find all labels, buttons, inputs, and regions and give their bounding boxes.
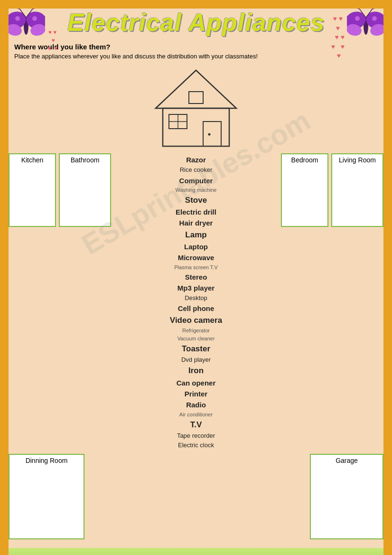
house-illustration xyxy=(0,66,392,151)
appliance-item: T.V xyxy=(170,419,222,431)
svg-rect-27 xyxy=(189,92,203,103)
bedroom-box: Bedroom xyxy=(281,153,328,227)
svg-point-8 xyxy=(32,6,35,9)
appliance-item: Cell phone xyxy=(170,303,222,314)
living-room-box: Living Room xyxy=(331,153,383,227)
appliance-item: Computer xyxy=(170,175,222,186)
appliance-item: Lamp xyxy=(170,229,222,241)
appliance-item: Electric clock xyxy=(170,441,222,450)
appliance-item: Can opener xyxy=(170,377,222,388)
garden-strip xyxy=(9,548,383,555)
appliance-item: Iron xyxy=(170,365,222,377)
bathroom-label: Bathroom xyxy=(64,156,106,164)
header: ♥ ♥♥ ♥ ♥♥ ♥ ♥ ♥ ♥ ♥♥ ♥ Electrical Applia… xyxy=(0,0,392,39)
hearts-left-decoration: ♥ ♥ ♥♥ ♥ xyxy=(47,28,57,52)
kitchen-label: Kitchen xyxy=(13,156,51,164)
svg-rect-28 xyxy=(203,122,221,146)
appliance-item: Mp3 player xyxy=(170,282,222,293)
appliance-item: Stereo xyxy=(170,272,222,282)
bedroom-label: Bedroom xyxy=(286,156,324,164)
appliance-item: Stove xyxy=(170,194,222,207)
appliance-item: Refrigerator xyxy=(170,327,222,335)
svg-point-6 xyxy=(17,6,20,9)
right-rooms: Bedroom Living Room xyxy=(281,153,383,227)
appliance-item: Microwave xyxy=(170,252,222,263)
dinning-room-label: Dinning Room xyxy=(13,457,80,464)
appliances-list-section: RazorRice cookerComputerWashing machineS… xyxy=(114,153,278,450)
appliance-item: Desktop xyxy=(170,293,222,303)
appliance-item: Toaster xyxy=(170,343,222,355)
appliance-item: Dvd player xyxy=(170,355,222,365)
appliance-item: Washing machine xyxy=(170,186,222,194)
hearts-right-decoration: ♥ ♥♥ ♥ ♥♥ ♥ ♥ xyxy=(331,14,345,61)
dinning-room-content xyxy=(13,466,80,518)
svg-marker-22 xyxy=(156,70,236,108)
bottom-row-section: Dinning Room Garage xyxy=(0,450,392,539)
svg-point-21 xyxy=(372,16,377,21)
dinning-room-box: Dinning Room xyxy=(9,454,84,539)
svg-point-20 xyxy=(355,16,360,21)
instruction-body: Place the appliances wherever you like a… xyxy=(14,52,378,61)
kitchen-content xyxy=(13,166,51,218)
appliance-item: Radio xyxy=(170,399,222,410)
appliance-item: Video camera xyxy=(170,314,222,327)
appliance-item: Air conditioner xyxy=(170,411,222,419)
bathroom-content xyxy=(64,166,106,218)
butterfly-right-decoration xyxy=(347,2,385,40)
svg-point-17 xyxy=(357,6,360,9)
svg-point-10 xyxy=(32,16,37,21)
appliance-item: Vacuum cleaner xyxy=(170,335,222,343)
svg-point-29 xyxy=(208,133,211,136)
instruction-heading: Where would you like them? xyxy=(14,43,378,51)
bathroom-box: Bathroom xyxy=(59,153,111,227)
appliances-list: RazorRice cookerComputerWashing machineS… xyxy=(170,154,222,450)
appliance-item: Hair dryer xyxy=(170,217,222,228)
appliance-item: Plasma screen T.V xyxy=(170,263,222,272)
appliance-item: Tape recorder xyxy=(170,431,222,441)
rooms-appliances-section: Kitchen Bathroom RazorRice cookerCompute… xyxy=(0,153,392,450)
bedroom-content xyxy=(286,166,324,218)
page-title: Electrical Appliances xyxy=(63,6,329,39)
garage-wrapper: Garage xyxy=(293,454,383,539)
svg-point-19 xyxy=(372,6,375,9)
appliance-item: Printer xyxy=(170,388,222,399)
butterfly-left-decoration xyxy=(7,2,45,40)
dinning-room-wrapper: Dinning Room xyxy=(9,454,99,539)
left-rooms: Kitchen Bathroom xyxy=(9,153,111,227)
appliance-item: Laptop xyxy=(170,241,222,252)
living-room-label: Living Room xyxy=(336,156,379,164)
appliance-item: Razor xyxy=(170,154,222,165)
garage-box: Garage xyxy=(310,454,383,539)
appliance-item: Electric drill xyxy=(170,207,222,217)
garage-content xyxy=(315,466,379,518)
svg-point-9 xyxy=(15,16,20,21)
living-room-content xyxy=(336,166,379,218)
appliance-item: Rice cooker xyxy=(170,165,222,175)
garage-label: Garage xyxy=(315,457,379,464)
kitchen-box: Kitchen xyxy=(9,153,56,227)
